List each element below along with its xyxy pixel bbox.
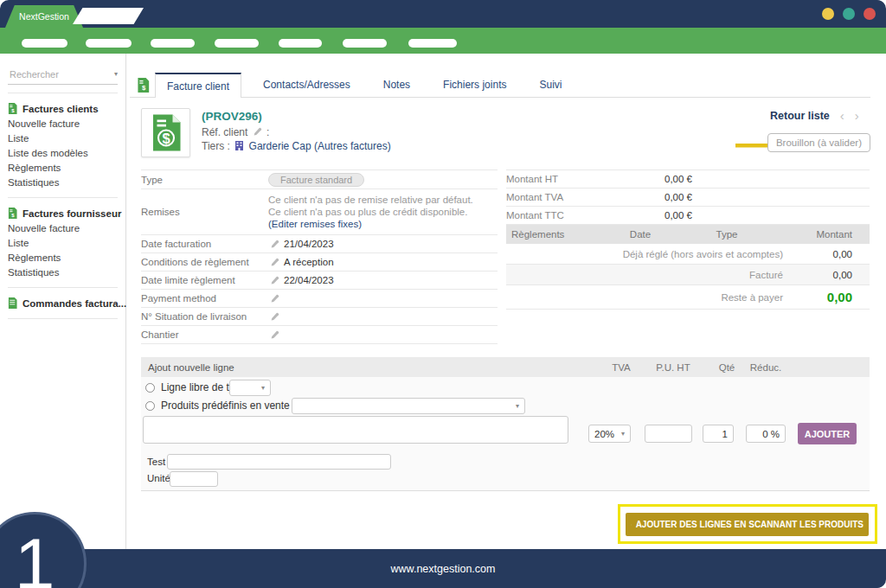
line-description-input[interactable] xyxy=(143,416,568,444)
ajouter-button[interactable]: AJOUTER xyxy=(798,423,857,444)
free-line-type-select[interactable]: ▾ xyxy=(229,380,271,396)
menu-pill-1[interactable] xyxy=(22,39,67,48)
divider xyxy=(8,287,118,288)
invoice-ref: (PROV296) xyxy=(202,110,391,124)
edit-pencil-icon[interactable] xyxy=(270,240,279,249)
predefined-products-radio[interactable] xyxy=(145,401,155,411)
unite-input[interactable] xyxy=(170,471,218,487)
menu-pill-3[interactable] xyxy=(151,39,195,48)
sidebar: ▾ $ Factures clients Nouvelle facture Li… xyxy=(0,54,126,549)
total-row: Montant TTC 0,00 € xyxy=(506,207,870,225)
menu-pill-4[interactable] xyxy=(215,39,259,48)
edit-pencil-icon[interactable] xyxy=(270,258,279,267)
sidebar-item[interactable]: Liste xyxy=(0,235,125,250)
invoice-icon: $ xyxy=(151,114,182,151)
product-select[interactable]: ▾ xyxy=(292,398,525,414)
sidebar-item[interactable]: Statistiques xyxy=(0,175,125,189)
footer-url: www.nextgestion.com xyxy=(391,563,496,575)
svg-text:$: $ xyxy=(162,131,170,146)
deja-regle-row: Déjà réglé (hors avoirs et acomptes) 0,0… xyxy=(506,244,870,265)
total-row: Montant TVA 0,00 € xyxy=(506,189,870,207)
footer: www.nextgestion.com xyxy=(0,549,886,588)
col-tva: TVA xyxy=(612,357,631,377)
reste-a-payer-row: Reste à payer 0,00 xyxy=(506,285,870,310)
detail-row-remises: Remises Ce client n'a pas de remise rela… xyxy=(141,189,498,235)
tab-suivi[interactable]: Suivi xyxy=(528,73,573,97)
tab-notes[interactable]: Notes xyxy=(372,73,421,97)
edit-pencil-icon[interactable] xyxy=(253,127,262,137)
menu-pill-6[interactable] xyxy=(343,39,387,48)
order-icon xyxy=(8,297,17,309)
facture-row: Facturé 0,00 xyxy=(506,265,870,285)
detail-row: N° Situation de livraison xyxy=(141,308,498,326)
edit-pencil-icon[interactable] xyxy=(270,330,279,340)
app-window: NextGestion ▾ $ Factures clients Nouvell… xyxy=(0,0,886,588)
invoice-icon: $ xyxy=(8,208,17,219)
detail-row-type: Type Facture standard xyxy=(141,170,498,189)
edit-pencil-icon[interactable] xyxy=(270,294,279,304)
chevron-left-icon[interactable]: ‹ xyxy=(840,109,844,122)
chevron-right-icon[interactable]: › xyxy=(855,109,859,122)
barcode-icon xyxy=(631,521,632,529)
detail-row: Chantier xyxy=(141,326,498,344)
tva-select[interactable]: 20% ▾ xyxy=(588,425,631,443)
red-dot-icon xyxy=(864,8,876,20)
search-input[interactable] xyxy=(8,68,114,80)
editer-remises-link[interactable]: (Editer remises fixes) xyxy=(268,219,362,229)
invoice-icon: $ xyxy=(8,103,17,114)
totals-table: Montant HT 0,00 € Montant TVA 0,00 € Mon… xyxy=(506,169,870,310)
invoice-header: (PROV296) Réf. client : Tiers : Garderie… xyxy=(202,110,391,153)
top-window-bar: NextGestion xyxy=(0,0,886,28)
brand-label: NextGestion xyxy=(19,11,69,22)
blank-tab[interactable] xyxy=(73,8,144,24)
pu-ht-input[interactable] xyxy=(645,425,692,443)
tab-fichiers-joints[interactable]: Fichiers joints xyxy=(432,73,517,97)
unite-label: Unité xyxy=(147,473,170,483)
reduc-input[interactable] xyxy=(746,425,786,443)
sidebar-item[interactable]: Liste xyxy=(0,131,125,145)
test-input[interactable] xyxy=(167,454,391,470)
sidebar-item[interactable]: Statistiques xyxy=(0,265,125,279)
sidebar-search[interactable]: ▾ xyxy=(8,68,118,85)
col-pu-ht: P.U. HT xyxy=(656,357,690,377)
tiers-row: Tiers : Garderie Cap (Autres factures) xyxy=(202,139,391,153)
detail-row: Payment method xyxy=(141,290,498,308)
predefined-products-option: Produits prédéfinis en vente xyxy=(145,399,290,412)
sidebar-section-commandes[interactable]: Commandes factura... xyxy=(0,296,125,310)
sidebar-section-factures-fournisseur[interactable]: $ Factures fournisseur xyxy=(0,206,125,220)
reste-a-payer-value: 0,00 xyxy=(795,290,870,304)
tab-contacts-adresses[interactable]: Contacts/Adresses xyxy=(252,73,362,97)
sidebar-item[interactable]: Règlements xyxy=(0,160,125,175)
chevron-down-icon: ▾ xyxy=(261,385,265,392)
edit-pencil-icon[interactable] xyxy=(270,276,279,285)
chevron-down-icon: ▾ xyxy=(621,431,625,438)
ref-client-row: Réf. client : xyxy=(202,125,391,139)
menu-pill-5[interactable] xyxy=(279,39,322,48)
company-icon xyxy=(235,141,243,150)
col-reduc: Réduc. xyxy=(750,357,781,377)
invoice-details-table: Type Facture standard Remises Ce client … xyxy=(141,169,498,344)
type-badge: Facture standard xyxy=(268,173,364,187)
chevron-down-icon[interactable]: ▾ xyxy=(114,71,118,78)
detail-row: Date limite règlement 22/04/2023 xyxy=(141,272,498,290)
edit-pencil-icon[interactable] xyxy=(270,312,279,322)
menu-pill-2[interactable] xyxy=(86,39,132,48)
sidebar-section-factures-clients[interactable]: $ Factures clients xyxy=(0,101,125,116)
detail-row: Conditions de règlement A réception xyxy=(141,253,498,272)
tab-facture-client[interactable]: Facture client xyxy=(155,73,241,98)
sidebar-item[interactable]: Nouvelle facture xyxy=(0,220,125,235)
qte-input[interactable] xyxy=(703,425,734,443)
free-line-radio[interactable] xyxy=(145,383,155,393)
sidebar-item[interactable]: Liste des modèles xyxy=(0,145,125,160)
brand-tab[interactable]: NextGestion xyxy=(5,5,83,28)
tiers-link[interactable]: Garderie Cap (Autres factures) xyxy=(249,140,391,152)
menu-pill-7[interactable] xyxy=(408,39,457,48)
sidebar-item[interactable]: Nouvelle facture xyxy=(0,116,125,131)
invoice-thumbnail: $ xyxy=(141,108,190,157)
divider xyxy=(8,197,118,198)
retour-liste-link[interactable]: Retour liste xyxy=(770,110,830,122)
test-label: Test xyxy=(147,457,165,467)
svg-text:$: $ xyxy=(142,83,146,91)
sidebar-item[interactable]: Règlements xyxy=(0,250,125,265)
scan-products-button[interactable]: AJOUTER DES LIGNES EN SCANNANT LES PRODU… xyxy=(626,513,869,536)
